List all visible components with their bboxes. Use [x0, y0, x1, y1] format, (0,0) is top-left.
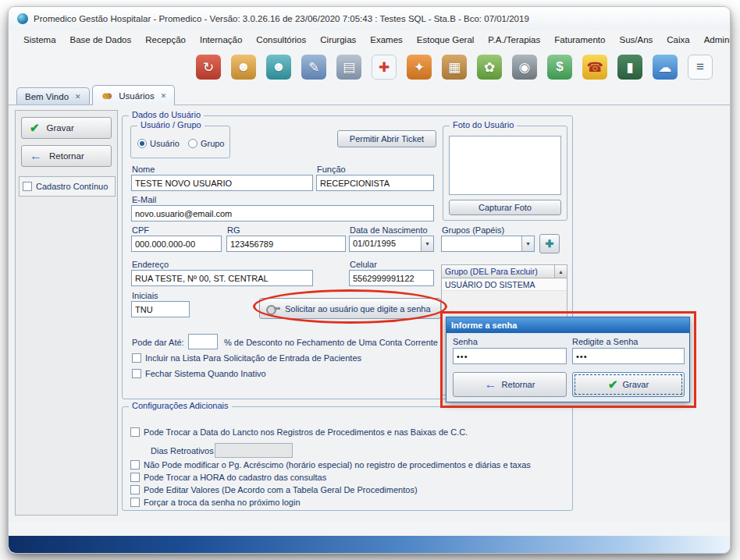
- table-row[interactable]: USUÁRIO DO SISTEMA: [442, 278, 567, 291]
- page: Promedico Gestão Hospitalar - Promedico …: [0, 0, 740, 560]
- nascimento-value: 01/01/1995: [353, 239, 396, 248]
- request-password-button[interactable]: Solicitar ao usuário que digite a senha: [259, 298, 441, 319]
- allow-ticket-label: Permitir Abrir Ticket: [350, 134, 424, 144]
- iniciais-input[interactable]: [131, 301, 190, 317]
- email-input[interactable]: [131, 205, 434, 222]
- checkbox-trocar-data-label: Pode Trocar a Data do Lancto nos Registr…: [144, 427, 468, 437]
- menubar: Sistema Base de Dados Recepção Internaçã…: [9, 30, 730, 49]
- ambulance-glyph: ✚: [379, 59, 390, 76]
- checkbox-incluir-lista[interactable]: Incluir na Lista Para Solicitação de Ent…: [132, 353, 361, 363]
- capture-photo-button[interactable]: Capturar Foto: [449, 200, 561, 215]
- rg-input[interactable]: [226, 236, 346, 252]
- users-icon: ☻: [101, 90, 112, 101]
- doctor-glyph: ☻: [272, 59, 286, 75]
- report-icon[interactable]: ≡: [688, 55, 713, 80]
- checkbox-editar-valores-label: Pode Editar Valores (De Acordo com a Tab…: [144, 485, 418, 494]
- menu-estoque-geral[interactable]: Estoque Geral: [410, 33, 482, 47]
- redigite-senha-input[interactable]: [572, 348, 685, 364]
- endereco-input[interactable]: [131, 270, 313, 286]
- user-type-group: Usuário / Grupo Usuário Grupo: [130, 126, 230, 158]
- contacts-icon[interactable]: ☻: [231, 55, 256, 80]
- radio-dot: [137, 139, 147, 148]
- menu-exames[interactable]: Exames: [363, 33, 410, 47]
- doctor-icon[interactable]: ☻: [266, 55, 291, 80]
- user-photo-group: Foto do Usuário Capturar Foto: [443, 126, 567, 221]
- save-button[interactable]: ✔ Gravar: [21, 117, 112, 139]
- ambulance-icon[interactable]: ✚: [372, 55, 397, 80]
- supplies-glyph: ✿: [484, 59, 495, 76]
- funcao-input[interactable]: [316, 175, 434, 191]
- checkbox-forcar-troca-senha[interactable]: Forçar a troca da senha no próximo login: [130, 498, 301, 507]
- rg-label: RG: [227, 225, 240, 235]
- menu-faturamento[interactable]: Faturamento: [547, 33, 612, 47]
- billing-icon[interactable]: $: [547, 55, 572, 80]
- hospital-bed-icon[interactable]: ▤: [336, 55, 361, 80]
- checkbox-fechar-sistema[interactable]: Fechar Sistema Quando Inativo: [132, 369, 266, 378]
- cpf-input[interactable]: [131, 236, 222, 252]
- dias-retroativos-input[interactable]: [215, 443, 293, 458]
- senha-label: Senha: [453, 337, 478, 346]
- close-icon[interactable]: ✕: [161, 92, 167, 100]
- menu-pa-terapias[interactable]: P.A./Terapias: [481, 33, 547, 47]
- vault-icon[interactable]: ◉: [512, 55, 537, 80]
- refresh-icon[interactable]: ↻: [196, 55, 221, 80]
- user-photo-group-title: Foto do Usuário: [450, 120, 517, 129]
- return-button[interactable]: ← Retornar: [21, 145, 112, 167]
- tab-usuarios[interactable]: ☻ Usuários ✕: [92, 85, 176, 105]
- vault-glyph: ◉: [519, 59, 531, 76]
- chat-icon[interactable]: ☁: [653, 55, 678, 80]
- book-glyph: ▮: [626, 59, 633, 76]
- additional-settings-title: Configurações Adicionais: [129, 401, 232, 410]
- discount-label: Pode dar Até:: [132, 338, 184, 347]
- senha-input[interactable]: [453, 348, 567, 364]
- prescription-glyph: ✎: [308, 59, 319, 76]
- checkbox-cadastro-continuo[interactable]: Cadastro Contínuo: [19, 176, 116, 197]
- dialog-save-button[interactable]: ✔ Gravar: [572, 372, 685, 397]
- menu-consultorios[interactable]: Consultórios: [249, 33, 313, 47]
- check-icon: ✔: [608, 377, 618, 392]
- book-icon[interactable]: ▮: [617, 55, 642, 80]
- checkbox-trocar-hora[interactable]: Pode Trocar a HORA do cadastro das consu…: [130, 473, 326, 482]
- menu-internacao[interactable]: Internação: [193, 33, 249, 47]
- check-icon: ✔: [30, 121, 40, 135]
- password-dialog-titlebar[interactable]: Informe a senha: [446, 317, 689, 333]
- titlebar: Promedico Gestão Hospitalar - Promedico …: [9, 7, 730, 30]
- radio-grupo[interactable]: Grupo: [188, 139, 225, 148]
- supplies-icon[interactable]: ✿: [477, 55, 502, 80]
- menu-cirurgias[interactable]: Cirurgias: [313, 33, 363, 47]
- checkbox-trocar-data-lancto[interactable]: Pode Trocar a Data do Lancto nos Registr…: [130, 427, 468, 437]
- nascimento-combo[interactable]: 01/01/1995 ▾: [349, 236, 434, 252]
- add-group-button[interactable]: ✚: [539, 234, 560, 253]
- checkbox-pg-acrescimo[interactable]: Não Pode modificar o Pg. Acréscimo (horá…: [130, 460, 531, 470]
- menu-recepcao[interactable]: Recepção: [138, 33, 193, 47]
- services-icon[interactable]: ✦: [407, 55, 432, 80]
- sort-up-icon[interactable]: ▲: [554, 265, 567, 278]
- phone-icon[interactable]: ☎: [582, 55, 607, 80]
- menu-sus-ans[interactable]: Sus/Ans: [612, 33, 660, 47]
- services-glyph: ✦: [414, 59, 425, 76]
- prescription-icon[interactable]: ✎: [301, 55, 326, 80]
- radio-usuario[interactable]: Usuário: [137, 139, 180, 148]
- chevron-down-icon[interactable]: ▾: [421, 236, 433, 251]
- stock-icon[interactable]: ▦: [442, 55, 467, 80]
- tab-bem-vindo[interactable]: Bem Vindo ✕: [16, 87, 90, 105]
- back-arrow-icon: ←: [485, 377, 497, 392]
- groups-grid-header[interactable]: Grupo (DEL Para Excluir) ▲: [442, 265, 567, 278]
- menu-administracao[interactable]: Administra: [697, 33, 730, 47]
- menu-sistema[interactable]: Sistema: [16, 33, 63, 47]
- allow-ticket-button[interactable]: Permitir Abrir Ticket: [337, 130, 436, 147]
- menu-base-de-dados[interactable]: Base de Dados: [63, 33, 139, 47]
- chevron-down-icon[interactable]: ▾: [521, 236, 534, 251]
- content-area: ✔ Gravar ← Retornar Cadastro Contínuo Da…: [9, 105, 730, 522]
- tabbar: Bem Vindo ✕ ☻ Usuários ✕: [9, 85, 730, 105]
- checkbox-incluir-label: Incluir na Lista Para Solicitação de Ent…: [145, 353, 361, 363]
- menu-caixa[interactable]: Caixa: [660, 33, 696, 47]
- user-data-group-title: Dados do Usuário: [129, 110, 204, 119]
- celular-input[interactable]: [349, 270, 434, 286]
- dialog-return-button[interactable]: ← Retornar: [453, 372, 567, 397]
- close-icon[interactable]: ✕: [75, 93, 81, 101]
- checkbox-editar-valores[interactable]: Pode Editar Valores (De Acordo com a Tab…: [130, 485, 418, 494]
- grupos-combo[interactable]: ▾: [441, 236, 535, 252]
- discount-input[interactable]: [188, 334, 218, 349]
- nome-input[interactable]: [131, 175, 313, 191]
